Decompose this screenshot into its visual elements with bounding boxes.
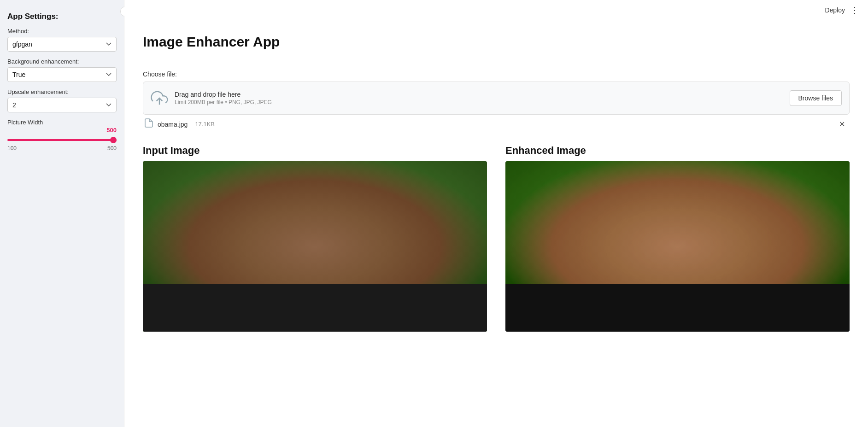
file-name: obama.jpg: [158, 121, 188, 128]
divider: [143, 61, 850, 61]
enhanced-image-title: Enhanced Image: [505, 145, 850, 157]
app-title: Image Enhancer App: [143, 34, 850, 50]
picture-width-setting: Picture Width 500 100 500: [7, 119, 117, 152]
enhanced-image-column: Enhanced Image: [505, 145, 850, 332]
sidebar-title: App Settings:: [7, 12, 117, 21]
topbar: Deploy ⋮: [124, 0, 868, 20]
picture-width-slider[interactable]: [7, 139, 117, 141]
file-size: 17.1KB: [195, 121, 215, 128]
main-content: Deploy ⋮ Image Enhancer App Choose file:…: [124, 0, 868, 427]
enhanced-face-image: [505, 161, 850, 332]
upscale-enhancement-setting: Upscale enhancement: 1 2 4: [7, 88, 117, 112]
input-face-image: [143, 161, 487, 332]
method-select[interactable]: gfpgan real-esrgan swinir: [7, 37, 117, 52]
input-image-display: [143, 161, 487, 332]
picture-width-value: 500: [7, 127, 117, 134]
upscale-enhancement-label: Upscale enhancement:: [7, 88, 117, 95]
drop-text: Drag and drop file here Limit 200MB per …: [175, 91, 272, 105]
picture-width-label: Picture Width: [7, 119, 117, 126]
upscale-enhancement-select[interactable]: 1 2 4: [7, 98, 117, 112]
file-label: Choose file:: [143, 70, 850, 78]
slider-minmax: 100 500: [7, 145, 117, 152]
enhanced-image-display: [505, 161, 850, 332]
background-enhancement-label: Background enhancement:: [7, 58, 117, 65]
background-enhancement-setting: Background enhancement: True False: [7, 58, 117, 82]
method-setting: Method: gfpgan real-esrgan swinir: [7, 28, 117, 52]
drop-sub: Limit 200MB per file • PNG, JPG, JPEG: [175, 99, 272, 105]
sidebar: ‹ App Settings: Method: gfpgan real-esrg…: [0, 0, 124, 427]
slider-min: 100: [7, 145, 17, 152]
input-image-title: Input Image: [143, 145, 487, 157]
slider-container: [7, 135, 117, 143]
more-icon[interactable]: ⋮: [850, 5, 859, 15]
file-doc-icon: [145, 118, 153, 130]
background-enhancement-select[interactable]: True False: [7, 67, 117, 82]
drop-zone[interactable]: Drag and drop file here Limit 200MB per …: [143, 82, 850, 115]
deploy-button[interactable]: Deploy: [825, 6, 845, 14]
file-remove-button[interactable]: ✕: [836, 119, 848, 129]
browse-files-button[interactable]: Browse files: [790, 90, 842, 106]
method-label: Method:: [7, 28, 117, 35]
file-item: obama.jpg 17.1KB ✕: [143, 115, 850, 134]
input-image-column: Input Image: [143, 145, 487, 332]
slider-max: 500: [107, 145, 117, 152]
drop-title: Drag and drop file here: [175, 91, 272, 98]
file-section: Choose file: Drag and drop file here Lim…: [143, 70, 850, 134]
images-section: Input Image Enhanced Image: [143, 145, 850, 332]
cloud-upload-icon: [151, 89, 168, 107]
drop-left: Drag and drop file here Limit 200MB per …: [151, 89, 272, 107]
